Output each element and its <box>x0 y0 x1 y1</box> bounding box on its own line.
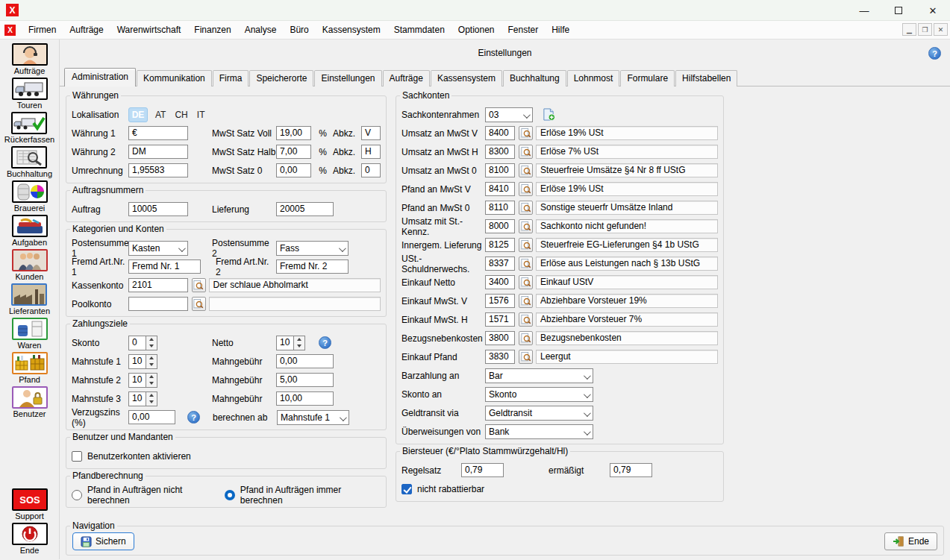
benutzerkonten-checkbox[interactable] <box>72 451 82 462</box>
sidebar-item-brauerei[interactable]: Brauerei <box>12 180 48 213</box>
abkz-input[interactable]: V <box>361 126 381 140</box>
skonto-an-select[interactable]: Skonto <box>485 387 593 402</box>
lookup-button[interactable] <box>519 201 533 215</box>
account-input[interactable]: 3400 <box>485 275 515 289</box>
sidebar-item-ende[interactable]: Ende <box>12 523 48 555</box>
kassenkonto-input[interactable]: 2101 <box>128 278 188 292</box>
tab-kassensystem[interactable]: Kassensystem <box>431 70 502 86</box>
mwst-voll-input[interactable]: 19,00 <box>276 126 311 140</box>
mdi-restore-button[interactable]: ❐ <box>918 23 932 36</box>
mahngebuehr1-input[interactable]: 0,00 <box>276 354 334 368</box>
menu-fenster[interactable]: Fenster <box>501 22 546 37</box>
save-button[interactable]: Sichern <box>72 532 134 550</box>
tab-buchhaltung[interactable]: Buchhaltung <box>503 70 566 86</box>
help-icon[interactable]: ? <box>319 336 331 349</box>
sidebar-item-aufgaben[interactable]: Aufgaben <box>12 215 48 247</box>
mahngebuehr3-input[interactable]: 10,00 <box>276 391 334 406</box>
sidebar-item-lieferanten[interactable]: Lieferanten <box>9 283 50 315</box>
lookup-button[interactable] <box>519 163 533 177</box>
account-input[interactable]: 8400 <box>485 126 515 140</box>
sidebar-item-support[interactable]: SOS Support <box>12 488 48 520</box>
netto-stepper[interactable]: 10 <box>276 336 305 350</box>
lookup-button[interactable] <box>192 297 206 311</box>
account-input[interactable]: 1571 <box>485 312 515 327</box>
locale-it[interactable]: IT <box>197 110 205 120</box>
help-icon[interactable]: ? <box>187 411 200 424</box>
lookup-button[interactable] <box>519 294 533 308</box>
auftrag-input[interactable]: 10005 <box>128 202 188 216</box>
mahnstufe1-stepper[interactable]: 10 <box>128 354 157 369</box>
locale-at[interactable]: AT <box>155 110 166 120</box>
locale-de-chip[interactable]: DE <box>128 107 148 122</box>
lookup-button[interactable] <box>519 219 533 233</box>
account-input[interactable]: 1576 <box>485 294 515 308</box>
ueberweisungen-select[interactable]: Bank <box>485 424 593 439</box>
abkz-input[interactable]: 0 <box>361 163 381 177</box>
account-input[interactable]: 3830 <box>485 350 515 364</box>
mahnstufe3-stepper[interactable]: 10 <box>128 391 157 406</box>
sidebar-item-rueckerfassen[interactable]: Rückerfassen <box>4 112 54 144</box>
lookup-button[interactable] <box>519 126 533 140</box>
lookup-button[interactable] <box>519 238 533 252</box>
regelsatz-input[interactable]: 0,79 <box>461 463 504 477</box>
lookup-button[interactable] <box>519 257 533 271</box>
account-input[interactable]: 8110 <box>485 201 515 215</box>
fremd2-input[interactable]: Fremd Nr. 2 <box>276 259 349 274</box>
umrechnung-input[interactable]: 1,95583 <box>128 163 188 177</box>
mahngebuehr2-input[interactable]: 5,00 <box>276 373 334 387</box>
menu-kassensystem[interactable]: Kassensystem <box>316 22 387 37</box>
menu-warenwirtschaft[interactable]: Warenwirtschaft <box>110 22 188 37</box>
geldtransit-select[interactable]: Geldtransit <box>485 406 593 421</box>
locale-ch[interactable]: CH <box>175 110 187 120</box>
tab-administration[interactable]: Administration <box>64 68 136 86</box>
sachkontenrahmen-select[interactable]: 03 <box>485 107 533 122</box>
menu-analyse[interactable]: Analyse <box>238 22 284 37</box>
account-input[interactable]: 8410 <box>485 182 515 196</box>
postensumme1-select[interactable]: Kasten <box>128 241 188 256</box>
lieferung-input[interactable]: 20005 <box>276 202 334 216</box>
menu-finanzen[interactable]: Finanzen <box>187 22 237 37</box>
pfand-nicht-berechnen-radio[interactable] <box>72 490 82 500</box>
tab-formulare[interactable]: Formulare <box>620 70 675 86</box>
skonto-stepper[interactable]: 0 <box>128 336 157 350</box>
window-close-button[interactable]: ✕ <box>916 0 950 21</box>
menu-stammdaten[interactable]: Stammdaten <box>387 22 451 37</box>
menu-buero[interactable]: Büro <box>283 22 315 37</box>
menu-auftraege[interactable]: Aufträge <box>63 22 110 37</box>
sidebar-item-buchhaltung[interactable]: Buchhaltung <box>7 146 52 178</box>
tab-lohnmost[interactable]: Lohnmost <box>567 70 620 86</box>
new-account-frame-button[interactable] <box>542 108 556 121</box>
pfand-immer-berechnen-radio[interactable] <box>225 490 235 500</box>
help-icon[interactable]: ? <box>928 47 941 60</box>
lookup-button[interactable] <box>519 350 533 364</box>
barzahlung-select[interactable]: Bar <box>485 368 593 383</box>
sidebar-item-benutzer[interactable]: Benutzer <box>12 386 48 418</box>
sidebar-item-auftraege[interactable]: Aufträge <box>12 43 48 75</box>
lookup-button[interactable] <box>519 331 533 345</box>
tab-kommunikation[interactable]: Kommunikation <box>137 70 212 86</box>
berechnen-ab-select[interactable]: Mahnstufe 1 <box>277 410 349 425</box>
mwst-halb-input[interactable]: 7,00 <box>276 145 311 159</box>
ermaessigt-input[interactable]: 0,79 <box>610 463 652 477</box>
lookup-button[interactable] <box>519 145 533 159</box>
abkz-input[interactable]: H <box>361 145 381 159</box>
account-input[interactable]: 8100 <box>485 163 515 177</box>
fremd1-input[interactable]: Fremd Nr. 1 <box>128 259 201 274</box>
tab-firma[interactable]: Firma <box>213 70 249 86</box>
tab-auftraege[interactable]: Aufträge <box>383 70 430 86</box>
nicht-rabattierbar-checkbox[interactable] <box>401 484 412 494</box>
lookup-button[interactable] <box>519 312 533 327</box>
mwst-null-input[interactable]: 0,00 <box>276 163 311 177</box>
account-input[interactable]: 8337 <box>485 257 515 271</box>
sidebar-item-touren[interactable]: Touren <box>12 78 48 110</box>
account-input[interactable]: 8125 <box>485 238 515 252</box>
sidebar-item-kunden[interactable]: Kunden <box>12 249 48 281</box>
mahnstufe2-stepper[interactable]: 10 <box>128 373 157 388</box>
tab-einstellungen[interactable]: Einstellungen <box>314 70 381 86</box>
poolkonto-input[interactable] <box>128 297 188 311</box>
verzugszins-input[interactable]: 0,00 <box>128 410 175 424</box>
menu-optionen[interactable]: Optionen <box>451 22 501 37</box>
sidebar-item-waren[interactable]: Waren <box>12 318 48 350</box>
account-input[interactable]: 8300 <box>485 145 515 159</box>
lookup-button[interactable] <box>519 275 533 289</box>
